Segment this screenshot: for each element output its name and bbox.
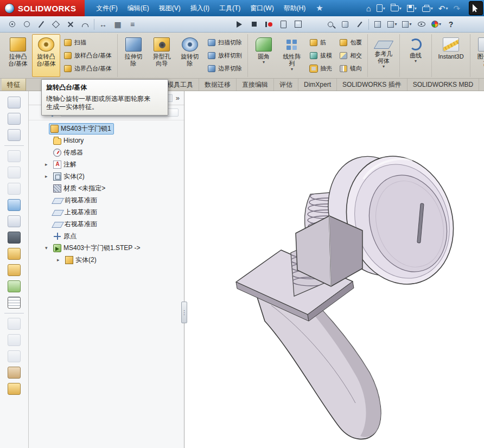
left-toolbar-icon-16[interactable]: [8, 350, 21, 362]
expand-arrow-icon[interactable]: [57, 257, 64, 263]
left-toolbar-icon-04[interactable]: [8, 150, 21, 162]
left-toolbar-icon-01[interactable]: [8, 97, 21, 108]
new-document-button[interactable]: ▾: [375, 2, 386, 15]
left-toolbar-icon-09[interactable]: [8, 232, 21, 244]
curves-button[interactable]: 曲线: [402, 34, 430, 77]
shell-button[interactable]: 抽壳: [307, 63, 335, 75]
zoom-icon[interactable]: [326, 20, 335, 29]
tree-item-origin[interactable]: 原点: [29, 230, 184, 242]
boundary-button[interactable]: 边界凸台/基体: [61, 63, 114, 75]
extrude-boss-button[interactable]: 拉伸凸台/基体: [4, 34, 32, 77]
intersect-button[interactable]: 相交: [337, 49, 365, 61]
left-toolbar-icon-13[interactable]: [8, 297, 21, 309]
tab-data-migration[interactable]: 数据迁移: [199, 79, 237, 91]
menu-file[interactable]: 文件(F): [91, 0, 122, 16]
tree-item-imported-step[interactable]: MS403十字门锁1.STEP ->: [29, 242, 184, 254]
stop-icon[interactable]: [249, 20, 259, 29]
panel-overflow-chevron-icon[interactable]: »: [176, 94, 180, 101]
appearance-ball-icon[interactable]: ▾: [431, 20, 441, 29]
instant3d-button[interactable]: Instant3D: [434, 34, 468, 77]
revolve-cut-button[interactable]: 旋转切除: [176, 34, 204, 77]
menu-edit[interactable]: 编辑(E): [123, 0, 154, 16]
view-orientation-icon[interactable]: ▾: [387, 20, 397, 29]
extrude-cut-button[interactable]: 拉伸切除: [119, 34, 148, 77]
boundary-cut-button[interactable]: 边界切除: [205, 63, 245, 75]
loft-cut-button[interactable]: 放样切割: [205, 49, 245, 61]
menu-tools[interactable]: 工具(T): [214, 0, 245, 16]
linear-pattern-button[interactable]: 线性阵列: [278, 34, 306, 77]
redo-button[interactable]: ↷: [452, 2, 461, 15]
arc-icon[interactable]: [80, 20, 90, 29]
dimension-arrows-icon[interactable]: ↔: [98, 20, 108, 29]
collapse-arrow-icon[interactable]: [45, 245, 52, 251]
left-toolbar-icon-03[interactable]: [8, 129, 21, 141]
left-toolbar-icon-07[interactable]: [8, 199, 21, 211]
tree-item-material[interactable]: 材质 <未指定>: [29, 182, 184, 194]
tree-item-front-plane[interactable]: 前视基准面: [29, 194, 184, 206]
menu-window[interactable]: 窗口(W): [245, 0, 278, 16]
tree-item-annotations[interactable]: 注解: [29, 158, 184, 170]
revolve-boss-button[interactable]: 旋转凸台/基体: [32, 34, 60, 77]
select-tool-button[interactable]: [469, 1, 483, 15]
reference-geometry-button[interactable]: 参考几何体: [370, 34, 398, 77]
tab-evaluate[interactable]: 评估: [274, 79, 298, 91]
left-toolbar-icon-17[interactable]: [8, 367, 21, 379]
hole-wizard-button[interactable]: 异型孔向导: [148, 34, 176, 77]
menu-insert[interactable]: 插入(I): [186, 0, 214, 16]
left-toolbar-icon-11[interactable]: [8, 264, 21, 276]
drawing-split-button[interactable]: 图号分离: [472, 34, 484, 77]
mirror-button[interactable]: 镜向: [337, 63, 365, 75]
left-toolbar-icon-02[interactable]: [8, 113, 21, 125]
open-button[interactable]: ▾: [390, 2, 403, 15]
undo-button[interactable]: ↶▾: [437, 2, 449, 15]
play-icon[interactable]: [234, 20, 244, 29]
menu-help[interactable]: 帮助(H): [279, 0, 311, 16]
wrap-button[interactable]: 包覆: [337, 36, 365, 48]
hide-show-eye-icon[interactable]: [417, 20, 426, 29]
tree-item-history[interactable]: History: [29, 135, 184, 146]
line-icon[interactable]: [36, 20, 46, 29]
tab-solidworks-addins[interactable]: SOLIDWORKS 插件: [337, 79, 407, 91]
left-toolbar-icon-18[interactable]: [8, 383, 21, 395]
left-toolbar-icon-14[interactable]: [8, 318, 21, 330]
left-toolbar-icon-05[interactable]: [8, 167, 21, 178]
tab-solidworks-mbd[interactable]: SOLIDWORKS MBD: [407, 79, 479, 91]
rib-button[interactable]: 筋: [307, 36, 335, 48]
save-button[interactable]: ▾: [406, 2, 418, 15]
sweep-cut-button[interactable]: 扫描切除: [205, 36, 245, 48]
record-icon[interactable]: [264, 20, 273, 29]
tab-dimxpert[interactable]: DimXpert: [298, 79, 337, 91]
print-button[interactable]: ▾: [421, 2, 434, 15]
tree-item-top-plane[interactable]: 上视基准面: [29, 206, 184, 218]
left-toolbar-icon-06[interactable]: [8, 183, 21, 195]
sweep-button[interactable]: 扫描: [61, 36, 114, 48]
grid-icon[interactable]: ▦: [113, 20, 123, 29]
home-button[interactable]: ⌂: [365, 2, 372, 15]
tree-item-right-plane[interactable]: 右视基准面: [29, 218, 184, 230]
panel-splitter-handle[interactable]: [181, 302, 187, 323]
trim-cross-icon[interactable]: [66, 20, 75, 29]
circle-dot-icon[interactable]: [7, 20, 17, 29]
left-toolbar-icon-15[interactable]: [8, 334, 21, 346]
left-toolbar-icon-08[interactable]: [8, 215, 21, 227]
expand-arrow-icon[interactable]: [45, 174, 52, 179]
tab-direct-editing[interactable]: 直接编辑: [237, 79, 274, 91]
display-cube-icon[interactable]: [373, 20, 383, 29]
menu-view[interactable]: 视图(V): [154, 0, 186, 16]
circle-icon[interactable]: [22, 20, 31, 29]
tree-item-imported-bodies[interactable]: 实体(2): [29, 254, 184, 266]
section-view-icon[interactable]: [355, 20, 365, 29]
loft-button[interactable]: 放样凸台/基体: [61, 49, 114, 61]
fillet-button[interactable]: 圆角: [250, 34, 278, 77]
left-toolbar-icon-12[interactable]: [8, 280, 21, 292]
display-style-icon[interactable]: ▾: [402, 20, 412, 29]
expand-arrow-icon[interactable]: [45, 162, 52, 167]
draft-button[interactable]: 拔模: [307, 49, 335, 61]
tree-item-solid-bodies[interactable]: 实体(2): [29, 170, 184, 182]
tab-features[interactable]: 特征: [2, 79, 26, 91]
pin-menu-star-icon[interactable]: ★: [316, 3, 323, 13]
polygon-icon[interactable]: [51, 20, 61, 29]
left-toolbar-icon-10[interactable]: [8, 248, 21, 260]
macro-document-icon[interactable]: [278, 20, 288, 29]
tree-item-part-root[interactable]: MS403十字门锁1: [29, 123, 184, 135]
